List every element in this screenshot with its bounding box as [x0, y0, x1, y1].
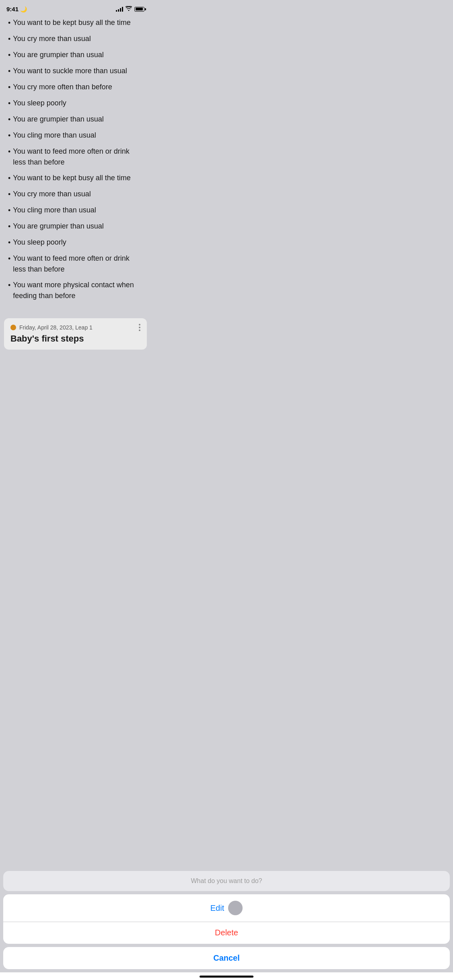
card-menu-button[interactable]: [139, 324, 140, 331]
list-item: • You cry more than usual: [8, 186, 143, 202]
list-item: • You want to feed more often or drink l…: [8, 144, 143, 170]
bullet-text: You are grumpier than usual: [13, 49, 143, 60]
bullet-dot: •: [8, 189, 10, 200]
bullet-text: You want more physical contact when feed…: [13, 280, 143, 301]
bullet-text: You want to be kept busy all the time: [13, 173, 143, 183]
battery-icon: [134, 7, 144, 12]
list-item: • You want more physical contact when fe…: [8, 277, 143, 304]
list-item: • You want to suckle more than usual: [8, 63, 143, 79]
card-meta-left: Friday, April 28, 2023, Leap 1: [10, 324, 93, 331]
card-title: Baby's first steps: [10, 334, 140, 344]
bullet-dot: •: [8, 253, 10, 264]
card-date: Friday, April 28, 2023, Leap 1: [19, 324, 93, 331]
bullet-text: You sleep poorly: [13, 237, 143, 248]
list-item: • You sleep poorly: [8, 95, 143, 111]
bullet-text: You cry more than usual: [13, 33, 143, 44]
list-item: • You cry more than usual: [8, 31, 143, 47]
content-area: • You want to be kept busy all the time …: [0, 15, 151, 312]
bullet-text: You want to be kept busy all the time: [13, 17, 143, 28]
card-meta: Friday, April 28, 2023, Leap 1: [10, 324, 140, 331]
bullet-dot: •: [8, 34, 10, 45]
bullet-text: You cling more than usual: [13, 205, 143, 216]
list-item: • You cry more often than before: [8, 79, 143, 95]
bullet-dot: •: [8, 237, 10, 248]
list-item: • You are grumpier than usual: [8, 47, 143, 63]
bullet-dot: •: [8, 173, 10, 184]
bullet-dot: •: [8, 205, 10, 216]
bullet-dot: •: [8, 82, 10, 93]
bullet-dot: •: [8, 280, 10, 291]
bullet-text: You cling more than usual: [13, 130, 143, 141]
list-item: • You sleep poorly: [8, 235, 143, 251]
status-time: 9:41 🌙: [6, 6, 27, 12]
bullet-dot: •: [8, 114, 10, 125]
signal-icon: [116, 7, 123, 12]
bullet-text: You want to suckle more than usual: [13, 66, 143, 76]
bullet-dot: •: [8, 18, 10, 29]
status-bar: 9:41 🌙: [0, 0, 151, 15]
bullet-dot: •: [8, 66, 10, 77]
list-item: • You want to be kept busy all the time: [8, 170, 143, 186]
list-item: • You want to be kept busy all the time: [8, 15, 143, 31]
bullet-text: You are grumpier than usual: [13, 221, 143, 232]
bullet-text: You are grumpier than usual: [13, 114, 143, 125]
bullet-dot: •: [8, 221, 10, 232]
list-item: • You cling more than usual: [8, 202, 143, 218]
bullet-dot: •: [8, 146, 10, 157]
bullet-dot: •: [8, 130, 10, 141]
wifi-icon: [126, 6, 132, 12]
time-display: 9:41: [6, 6, 19, 12]
bullet-text: You cry more often than before: [13, 82, 143, 93]
bullet-text: You want to feed more often or drink les…: [13, 253, 143, 275]
bullet-text: You sleep poorly: [13, 98, 143, 109]
status-icons: [116, 6, 144, 12]
list-item: • You cling more than usual: [8, 128, 143, 144]
bullet-dot: •: [8, 98, 10, 109]
moon-icon: 🌙: [20, 6, 27, 12]
bullet-dot: •: [8, 50, 10, 61]
bullet-list: • You want to be kept busy all the time …: [8, 15, 143, 304]
bullet-text: You want to feed more often or drink les…: [13, 146, 143, 168]
leap-indicator-dot: [10, 325, 16, 330]
bullet-text: You cry more than usual: [13, 189, 143, 200]
list-item: • You are grumpier than usual: [8, 218, 143, 235]
leap-card: Friday, April 28, 2023, Leap 1 Baby's fi…: [4, 318, 147, 350]
list-item: • You are grumpier than usual: [8, 111, 143, 128]
list-item: • You want to feed more often or drink l…: [8, 251, 143, 277]
